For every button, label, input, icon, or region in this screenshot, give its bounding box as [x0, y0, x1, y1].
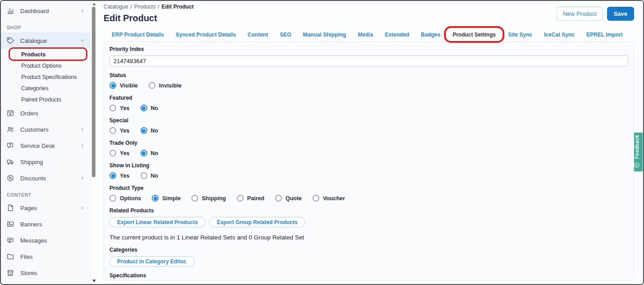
breadcrumb-separator: /	[158, 4, 159, 10]
sidebar-item-categories[interactable]: Categories	[1, 83, 91, 94]
radio-unselected-icon[interactable]	[109, 127, 116, 134]
chevron-right-icon	[80, 8, 85, 14]
sidebar-item-dashboard[interactable]: Dashboard	[1, 3, 91, 19]
tab-label: Badges	[421, 32, 440, 38]
category-editor-button[interactable]: Product in Category Editor.	[109, 256, 195, 267]
export-linear-related-products-button[interactable]: Export Linear Related Products	[109, 217, 205, 227]
sidebar-item-label: Orders	[20, 110, 38, 117]
tab-manual-shipping[interactable]: Manual Shipping	[297, 28, 352, 41]
field-status: StatusVisibleInvisible	[109, 72, 628, 89]
special-label: Special	[109, 117, 628, 124]
service-desk-icon	[6, 142, 14, 150]
sidebar-item-product-options[interactable]: Product Options	[1, 60, 91, 71]
page-title: Edit Product	[104, 13, 194, 23]
radio-selected-icon[interactable]	[152, 195, 159, 202]
tab-erp-product-details[interactable]: ERP Product Details	[106, 28, 170, 41]
radio-special-no[interactable]: No	[141, 127, 159, 134]
radio-unselected-icon[interactable]	[149, 82, 155, 89]
related-products-section: Related Products Export Linear Related P…	[109, 207, 628, 227]
tab-product-settings[interactable]: Product Settings	[446, 28, 502, 42]
sidebar-item-stores[interactable]: Stores	[1, 265, 91, 281]
radio-show-in-listing-yes[interactable]: Yes	[109, 172, 130, 179]
radio-product-type-paired[interactable]: Paired	[237, 195, 264, 202]
scroll-up-arrow-icon[interactable]	[92, 3, 96, 5]
breadcrumb-item-catalogue[interactable]: Catalogue	[104, 4, 128, 10]
radio-selected-icon[interactable]	[141, 105, 147, 111]
radio-option-label: Visible	[120, 83, 138, 89]
radio-unselected-icon[interactable]	[109, 195, 116, 202]
radio-selected-icon[interactable]	[109, 82, 116, 89]
radio-product-type-quote[interactable]: Quote	[275, 195, 302, 202]
radio-option-label: Simple	[162, 195, 181, 202]
shipping-icon	[6, 158, 14, 166]
tab-eprel-import[interactable]: EPREL Import	[581, 28, 628, 41]
new-product-button[interactable]: New Product	[557, 7, 603, 21]
radio-product-type-options[interactable]: Options	[109, 195, 141, 202]
sidebar-item-label: Files	[20, 253, 32, 260]
radio-option-label: Voucher	[323, 195, 345, 202]
radio-show-in-listing-no[interactable]: No	[141, 172, 159, 179]
radio-product-type-voucher[interactable]: Voucher	[313, 195, 345, 202]
radio-featured-no[interactable]: No	[141, 105, 159, 111]
sidebar-item-label: Shipping	[20, 159, 43, 165]
scroll-down-arrow-icon[interactable]	[92, 280, 96, 282]
priority-index-input[interactable]	[109, 55, 628, 66]
tab-label: Media	[358, 32, 373, 38]
radio-unselected-icon[interactable]	[191, 195, 198, 202]
tab-content[interactable]: Content	[242, 28, 274, 41]
sidebar-item-catalogue[interactable]: Catalogue	[1, 32, 91, 49]
radio-selected-icon[interactable]	[141, 127, 147, 134]
banners-icon	[6, 220, 14, 228]
export-group-related-products-button[interactable]: Export Group Related Products	[209, 217, 305, 227]
radio-selected-icon[interactable]	[141, 150, 147, 156]
sidebar-item-messages[interactable]: Messages	[1, 232, 91, 248]
radio-trade-only-yes[interactable]: Yes	[109, 150, 130, 156]
radio-status-invisible[interactable]: Invisible	[149, 82, 181, 89]
tab-media[interactable]: Media	[352, 28, 379, 41]
sidebar-item-orders[interactable]: Orders	[1, 105, 91, 121]
sidebar-subitem-label: Categories	[21, 85, 48, 92]
breadcrumb-item-products[interactable]: Products	[134, 4, 155, 10]
radio-product-type-simple[interactable]: Simple	[152, 195, 181, 202]
tab-site-sync[interactable]: Site Sync	[502, 28, 538, 41]
radio-unselected-icon[interactable]	[237, 195, 244, 202]
radio-featured-yes[interactable]: Yes	[109, 105, 130, 111]
radio-option-label: No	[151, 105, 159, 111]
radio-unselected-icon[interactable]	[109, 105, 116, 111]
sidebar-scrollbar-thumb[interactable]	[92, 7, 95, 177]
tab-seo[interactable]: SEO	[274, 28, 297, 41]
chevron-right-icon	[80, 205, 85, 211]
radio-product-type-shipping[interactable]: Shipping	[191, 195, 226, 202]
sidebar-item-shipping[interactable]: Shipping	[1, 154, 91, 170]
radio-unselected-icon[interactable]	[141, 172, 147, 179]
sidebar-item-service-desk[interactable]: Service Desk	[1, 138, 91, 154]
chevron-right-icon	[80, 175, 85, 181]
radio-selected-icon[interactable]	[109, 172, 116, 179]
radio-unselected-icon[interactable]	[109, 150, 116, 156]
radio-status-visible[interactable]: Visible	[109, 82, 138, 89]
sidebar-item-customers[interactable]: Customers	[1, 121, 91, 138]
tab-icecat-sync[interactable]: IceCat Sync	[538, 28, 581, 41]
feedback-label: Feedback	[634, 135, 639, 159]
sidebar-item-discounts[interactable]: Discounts	[1, 170, 91, 186]
radio-trade-only-no[interactable]: No	[141, 150, 159, 156]
sidebar-section-heading-shop: SHOP	[1, 19, 91, 32]
trade-only-options: YesNo	[109, 150, 628, 156]
sidebar-item-banners[interactable]: Banners	[1, 216, 91, 232]
radio-unselected-icon[interactable]	[275, 195, 282, 202]
sidebar-subitem-label: Product Options	[21, 63, 62, 69]
tab-extended[interactable]: Extended	[379, 28, 415, 41]
save-button[interactable]: Save	[607, 7, 634, 21]
tab-synced-product-details[interactable]: Synced Product Details	[170, 28, 242, 41]
sidebar-item-product-specifications[interactable]: Product Specifications	[1, 71, 91, 83]
breadcrumb-item-edit-product: Edit Product	[162, 4, 194, 10]
sidebar-item-products[interactable]: Products	[1, 49, 91, 60]
radio-special-yes[interactable]: Yes	[109, 127, 130, 134]
tab-label: IceCat Sync	[544, 32, 575, 38]
sidebar-item-pages[interactable]: Pages	[1, 200, 91, 216]
sidebar-item-paired-products[interactable]: Paired Products	[1, 94, 91, 105]
sidebar-item-files[interactable]: Files	[1, 248, 91, 265]
sidebar-scrollbar[interactable]	[91, 1, 97, 284]
tab-badges[interactable]: Badges	[415, 28, 446, 41]
radio-unselected-icon[interactable]	[313, 195, 319, 202]
